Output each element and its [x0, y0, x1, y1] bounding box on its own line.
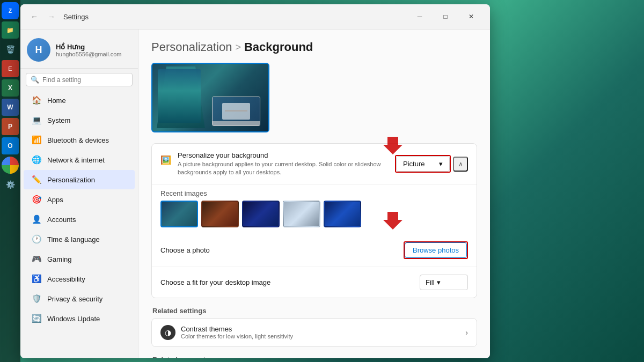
- choose-fit-label: Choose a fit for your desktop image: [160, 278, 270, 286]
- sidebar-item-bluetooth[interactable]: 📶 Bluetooth & devices: [24, 130, 135, 150]
- user-info: Hồ Hưng hungho5556@gmail.com: [56, 43, 121, 57]
- sidebar-item-apps[interactable]: 🎯 Apps: [24, 190, 135, 209]
- recent-image-2[interactable]: [201, 201, 239, 227]
- gaming-icon: 🎮: [31, 254, 42, 264]
- personalize-icon: 🖼️: [160, 152, 171, 167]
- sidebar-item-personalization[interactable]: ✏️ Personalization: [24, 170, 135, 189]
- taskbar-icon-6[interactable]: P: [2, 118, 19, 135]
- sidebar-item-personalization-label: Personalization: [47, 176, 95, 184]
- accounts-icon: 👤: [31, 214, 42, 225]
- content-area: Personalization > Background: [138, 29, 490, 358]
- preview-desktop-mockup: [212, 97, 260, 126]
- sidebar-item-accounts[interactable]: 👤 Accounts: [24, 210, 135, 229]
- network-icon: 🌐: [31, 154, 42, 165]
- settings-body: H Hồ Hưng hungho5556@gmail.com 🔍 🏠 Home: [20, 29, 490, 358]
- sidebar-item-accessibility-label: Accessibility: [47, 275, 85, 283]
- sidebar-item-home[interactable]: 🏠 Home: [24, 91, 135, 110]
- personalize-desc: A picture background applies to your cur…: [178, 160, 395, 177]
- contrast-themes-row[interactable]: ◑ Contrast themes Color themes for low v…: [152, 319, 477, 346]
- taskbar-icon-chrome[interactable]: [2, 157, 19, 174]
- title-bar: ← → Settings ─ □ ✕: [20, 4, 490, 29]
- settings-window: ← → Settings ─ □ ✕ H Hồ Hưng hungho5556@…: [20, 4, 490, 358]
- close-button[interactable]: ✕: [459, 9, 484, 25]
- picture-dropdown-label: Picture: [403, 160, 425, 168]
- system-icon: 💻: [31, 115, 42, 125]
- user-profile[interactable]: H Hồ Hưng hungho5556@gmail.com: [20, 34, 138, 69]
- taskbar-left: Z 📁 🗑️ E X W P O ⚙️: [0, 0, 20, 362]
- apps-icon: 🎯: [31, 194, 42, 205]
- sidebar-item-bluetooth-label: Bluetooth & devices: [47, 136, 109, 144]
- recent-image-1[interactable]: [160, 201, 198, 227]
- user-email: hungho5556@gmail.com: [56, 51, 121, 57]
- sidebar-item-update[interactable]: 🔄 Windows Update: [24, 309, 135, 328]
- contrast-icon: ◑: [160, 325, 175, 340]
- taskbar-icon-3[interactable]: E: [2, 60, 19, 77]
- forward-button[interactable]: →: [44, 9, 59, 24]
- sidebar-item-time-label: Time & language: [47, 235, 100, 243]
- back-button[interactable]: ←: [27, 9, 42, 24]
- recent-image-5[interactable]: [324, 201, 361, 227]
- browse-photos-button[interactable]: Browse photos: [405, 242, 467, 258]
- personalize-controls: Picture ▾ ∧: [395, 155, 468, 173]
- window-controls: ─ □ ✕: [407, 9, 484, 25]
- breadcrumb: Personalization > Background: [151, 40, 477, 54]
- fill-dropdown[interactable]: Fill ▾: [420, 275, 468, 290]
- contrast-themes-left: ◑ Contrast themes Color themes for low v…: [160, 325, 293, 340]
- personalize-text: Personalize your background A picture ba…: [178, 151, 395, 177]
- fill-dropdown-label: Fill: [426, 278, 435, 286]
- choose-photo-row: Choose a photo Browse photos: [152, 234, 477, 267]
- sidebar-item-home-label: Home: [47, 97, 66, 105]
- recent-image-4[interactable]: [283, 201, 320, 227]
- choose-fit-row: Choose a fit for your desktop image Fill…: [152, 267, 477, 298]
- recent-images-section: Recent images: [152, 185, 477, 234]
- picture-dropdown[interactable]: Picture ▾: [396, 156, 450, 172]
- related-settings-label: Related settings: [151, 307, 477, 315]
- time-icon: 🕐: [31, 234, 42, 245]
- choose-photo-label: Choose a photo: [160, 246, 210, 254]
- home-icon: 🏠: [31, 95, 42, 106]
- sidebar-item-privacy[interactable]: 🛡️ Privacy & security: [24, 289, 135, 308]
- accessibility-icon: ♿: [31, 274, 42, 284]
- taskbar-icon-1[interactable]: 📁: [2, 21, 19, 39]
- fill-dropdown-arrow: ▾: [437, 278, 441, 286]
- search-box: 🔍: [26, 73, 133, 86]
- breadcrumb-current: Background: [244, 40, 313, 54]
- sidebar-item-system[interactable]: 💻 System: [24, 110, 135, 130]
- update-icon: 🔄: [31, 313, 42, 324]
- user-name: Hồ Hưng: [56, 43, 121, 51]
- sidebar-item-privacy-label: Privacy & security: [47, 295, 103, 303]
- taskbar-icon-zalo[interactable]: Z: [2, 2, 19, 19]
- minimize-button[interactable]: ─: [407, 9, 432, 25]
- taskbar-icon-settings[interactable]: ⚙️: [2, 176, 19, 193]
- related-settings-section: ◑ Contrast themes Color themes for low v…: [151, 318, 477, 347]
- personalize-row-left: 🖼️ Personalize your background A picture…: [160, 151, 395, 177]
- taskbar-icon-5[interactable]: W: [2, 99, 19, 116]
- breadcrumb-separator: >: [235, 42, 241, 53]
- sidebar-item-network-label: Network & internet: [47, 156, 105, 164]
- title-bar-left: ← → Settings: [27, 9, 89, 24]
- maximize-button[interactable]: □: [433, 9, 458, 25]
- recent-images-row: [160, 201, 468, 234]
- avatar: H: [27, 38, 50, 62]
- contrast-text: Contrast themes Color themes for low vis…: [181, 325, 293, 339]
- sidebar-item-system-label: System: [47, 116, 70, 124]
- sidebar-item-accessibility[interactable]: ♿ Accessibility: [24, 269, 135, 289]
- taskbar-icon-7[interactable]: O: [2, 137, 19, 154]
- personalize-collapse-btn[interactable]: ∧: [453, 157, 468, 172]
- sidebar: H Hồ Hưng hungho5556@gmail.com 🔍 🏠 Home: [20, 29, 138, 358]
- personalization-icon: ✏️: [31, 174, 42, 185]
- related-support-label: Related support: [151, 356, 477, 358]
- taskbar-icon-4[interactable]: X: [2, 79, 19, 97]
- recent-image-3[interactable]: [242, 201, 280, 227]
- background-preview: [151, 63, 269, 132]
- search-input[interactable]: [42, 76, 128, 84]
- personalize-row: 🖼️ Personalize your background A picture…: [152, 144, 477, 185]
- sidebar-item-gaming-label: Gaming: [47, 255, 72, 263]
- nav-buttons: ← →: [27, 9, 59, 24]
- sidebar-item-time[interactable]: 🕐 Time & language: [24, 230, 135, 249]
- sidebar-item-gaming[interactable]: 🎮 Gaming: [24, 249, 135, 269]
- sidebar-item-network[interactable]: 🌐 Network & internet: [24, 150, 135, 169]
- taskbar-icon-2[interactable]: 🗑️: [2, 41, 19, 58]
- personalize-section: 🖼️ Personalize your background A picture…: [151, 143, 477, 298]
- picture-dropdown-arrow: ▾: [439, 160, 443, 168]
